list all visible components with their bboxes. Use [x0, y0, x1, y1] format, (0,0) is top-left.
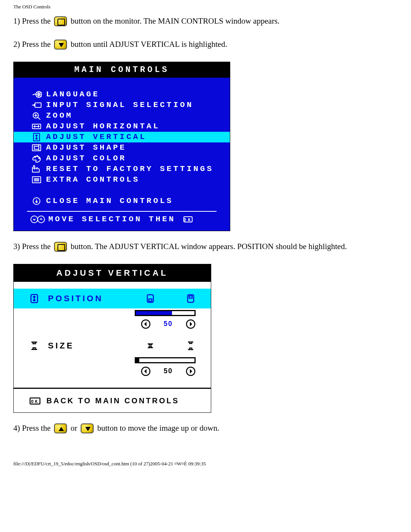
vert-icon	[31, 133, 42, 142]
osd-item-label: RESET TO FACTORY SETTINGS	[46, 165, 213, 173]
ok-button-icon	[54, 16, 67, 26]
osd-divider	[27, 211, 217, 212]
size-value: 50	[164, 367, 173, 375]
position-slider	[14, 308, 211, 318]
osd-close-row[interactable]: CLOSE MAIN CONTROLS	[14, 196, 230, 206]
osd-item-label: EXTRA CONTROLS	[46, 175, 140, 184]
osd-item-shape[interactable]: ADJUST SHAPE	[14, 142, 230, 153]
down-button-icon	[54, 40, 67, 50]
osd-item-label: ZOOM	[46, 111, 73, 120]
size-small-icon	[145, 341, 155, 351]
size-row[interactable]: SIZE	[14, 336, 211, 356]
document-page: The OSD Controls 1) Press the button on …	[0, 0, 411, 478]
color-icon	[31, 154, 42, 163]
ok-button-icon	[54, 242, 67, 252]
page-footer: file:///D|/EDFU/crt_19_5/edoc/english/OS…	[13, 461, 400, 467]
zoom-icon	[31, 111, 42, 120]
instruction-step-3: 3) Press the button. The ADJUST VERTICAL…	[13, 241, 400, 252]
adjust-vertical-window: ADJUST VERTICAL POSITION 50	[13, 264, 211, 413]
size-icon	[29, 340, 40, 351]
osd-item-zoom[interactable]: ZOOM	[14, 110, 230, 121]
ok-box-icon	[29, 396, 41, 406]
position-value: 50	[164, 320, 173, 328]
position-controls: 50	[14, 318, 211, 336]
down-button-icon	[81, 423, 94, 433]
osd-item-input[interactable]: INPUT SIGNAL SELECTION	[14, 100, 230, 110]
osd-item-label: ADJUST COLOR	[46, 154, 126, 163]
arrow-right-icon[interactable]	[186, 319, 196, 329]
size-large-icon	[186, 341, 196, 351]
osd-item-label: ADJUST SHAPE	[46, 143, 126, 152]
size-slider	[14, 356, 211, 365]
arrow-right-icon[interactable]	[186, 366, 196, 376]
position-icon	[29, 293, 40, 304]
osd-item-label: LANGUAGE	[46, 90, 100, 99]
arrow-left-icon[interactable]	[141, 366, 151, 376]
input-icon	[31, 101, 42, 110]
osd-item-label: ADJUST HORIZONTAL	[46, 122, 160, 131]
osd-item-label: ADJUST VERTICAL	[46, 133, 147, 141]
instruction-step-1: 1) Press the button on the monitor. The …	[13, 15, 400, 27]
osd-item-label: INPUT SIGNAL SELECTION	[46, 101, 193, 109]
size-controls: 50	[14, 365, 211, 383]
globe-icon	[31, 90, 42, 99]
shape-icon	[31, 143, 42, 152]
osd-main-controls-window: MAIN CONTROLS LANGUAGEINPUT SIGNAL SELEC…	[13, 62, 230, 231]
osd-item-globe[interactable]: LANGUAGE	[14, 89, 230, 100]
up-button-icon	[54, 423, 67, 433]
exit-icon	[31, 197, 42, 206]
instruction-step-4: 4) Press the or button to move the image…	[13, 422, 400, 434]
adjust-vertical-title: ADJUST VERTICAL	[14, 264, 211, 282]
page-header: The OSD Controls	[13, 4, 400, 10]
osd-item-color[interactable]: ADJUST COLOR	[14, 153, 230, 164]
instruction-step-2: 2) Press the button until ADJUST VERTICA…	[13, 38, 400, 50]
osd-item-horiz[interactable]: ADJUST HORIZONTAL	[14, 121, 230, 132]
horiz-icon	[31, 122, 42, 131]
arrow-left-icon[interactable]	[141, 319, 151, 329]
adj-divider	[14, 388, 211, 389]
osd-main-title: MAIN CONTROLS	[14, 62, 230, 78]
list-icon	[31, 175, 42, 184]
osd-item-list[interactable]: EXTRA CONTROLS	[14, 174, 230, 185]
osd-footer: MOVE SELECTION THEN	[14, 213, 230, 227]
position-row[interactable]: POSITION	[14, 289, 211, 308]
position-down-icon	[145, 294, 155, 304]
updown-icon	[30, 215, 45, 224]
osd-item-vert[interactable]: ADJUST VERTICAL	[14, 132, 230, 142]
ok-box-icon	[182, 215, 194, 224]
osd-main-body: LANGUAGEINPUT SIGNAL SELECTIONZOOMADJUST…	[14, 78, 230, 231]
position-up-icon	[186, 294, 196, 304]
osd-item-factory[interactable]: RESET TO FACTORY SETTINGS	[14, 164, 230, 174]
factory-icon	[31, 165, 42, 174]
back-to-main-row[interactable]: BACK TO MAIN CONTROLS	[14, 392, 211, 412]
